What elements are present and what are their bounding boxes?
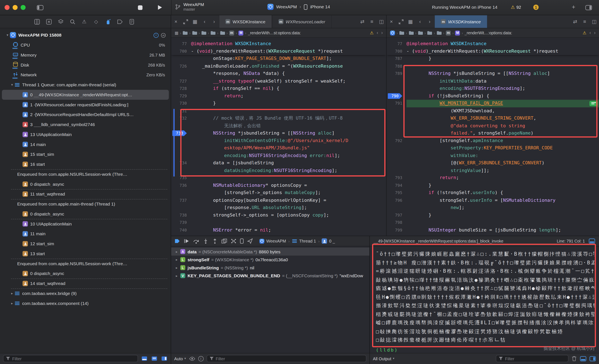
hide-console-icon[interactable] xyxy=(589,238,595,244)
code-line[interactable]: 788 xyxy=(387,62,599,70)
expand-icon[interactable] xyxy=(181,15,190,28)
continue-icon[interactable] xyxy=(184,238,189,244)
grid-icon[interactable]: ▦ xyxy=(190,15,200,28)
code-line[interactable]: 740 NSError *error = nil; xyxy=(171,226,386,234)
folder-icon[interactable] xyxy=(418,31,423,35)
frame-row[interactable]: 13 start xyxy=(2,249,169,259)
minimize-window-button[interactable] xyxy=(13,5,18,10)
variables-filter-input[interactable] xyxy=(216,356,364,361)
simulator-icon[interactable] xyxy=(240,238,244,244)
variables-filter-field[interactable] xyxy=(207,355,366,362)
close-icon[interactable]: × xyxy=(171,15,181,28)
code-line[interactable]: 727 __strong typeof(weakSelf) strongSelf… xyxy=(171,77,386,85)
line-number[interactable]: 797 xyxy=(387,212,407,219)
disclosure-triangle[interactable]: ▸ xyxy=(174,266,179,269)
line-number[interactable] xyxy=(387,167,407,174)
code-line[interactable]: 798 xyxy=(387,219,599,226)
line-number[interactable]: 740 xyxy=(171,226,191,234)
variable-row[interactable]: ▸LjsBundleString= (NSString *)nil xyxy=(171,264,369,272)
gauge-row-network[interactable]: NetworkZero KB/s xyxy=(2,70,169,80)
scheme-app[interactable]: WeexAPM xyxy=(276,5,297,9)
folder-icon[interactable] xyxy=(409,31,414,35)
quicklook-icon[interactable] xyxy=(189,356,195,361)
folder-icon[interactable] xyxy=(427,31,432,35)
line-number[interactable]: 787 xyxy=(387,55,407,62)
app-icon[interactable] xyxy=(390,30,395,35)
code-line[interactable]: WX_ERR_JSBUNDLE_STRING_CONVERT, xyxy=(387,115,599,122)
code-line[interactable]: 726 _mainBundleLoader.onFinished = ^(WXR… xyxy=(171,62,386,70)
line-number[interactable]: 788 xyxy=(387,62,407,70)
toggle-debug-area-icon[interactable] xyxy=(580,356,586,361)
line-number[interactable]: 795 xyxy=(387,189,407,196)
code-line[interactable]: (WXMTJSDownload, xyxy=(387,107,599,115)
line-number[interactable] xyxy=(387,130,407,137)
zoom-window-button[interactable] xyxy=(21,5,26,10)
breakpoint-marker[interactable]: 790 xyxy=(388,93,402,99)
warning-icon[interactable]: ⚠ xyxy=(582,30,586,35)
line-number[interactable]: 790 xyxy=(387,92,407,100)
editor-tab[interactable]: mWXResourceLoader xyxy=(272,15,332,28)
toggle-inspector-icon[interactable] xyxy=(590,356,596,361)
info-icon[interactable]: i xyxy=(198,356,204,361)
view-hierarchy-icon[interactable] xyxy=(221,238,227,244)
forward-arrow-icon[interactable]: › xyxy=(594,30,595,36)
process-row[interactable]: ▾WeexAPM PID 15808i xyxy=(2,30,169,40)
line-number[interactable] xyxy=(171,189,191,196)
code-line[interactable]: 77@implementation WXSDKInstance xyxy=(171,40,386,48)
code-line[interactable]: 796 strongSelf.userInfo = [NSMutableDict… xyxy=(387,196,599,204)
warning-icon[interactable]: ⚠ xyxy=(370,30,374,35)
back-icon[interactable]: ‹ xyxy=(415,15,425,28)
line-number[interactable] xyxy=(387,85,407,92)
line-number[interactable]: 792 xyxy=(387,137,407,144)
project-navigator-icon[interactable] xyxy=(34,18,40,25)
line-number[interactable]: 799 xyxy=(387,226,407,234)
split-editor-icon[interactable]: ◫ xyxy=(377,15,386,28)
code-line[interactable]: stringValue]]; xyxy=(387,167,599,174)
line-number[interactable] xyxy=(387,144,407,152)
minimap-icon[interactable]: ≡ xyxy=(580,15,590,28)
editor-layout-icon[interactable] xyxy=(585,5,592,10)
folder-icon[interactable] xyxy=(220,31,225,35)
disclosure-triangle[interactable]: ▾ xyxy=(5,33,10,37)
disclosure-triangle[interactable]: ▸ xyxy=(174,274,179,277)
folder-icon[interactable] xyxy=(399,31,404,35)
frame-row[interactable]: 15 start_sim xyxy=(2,149,169,159)
disclosure-triangle[interactable]: ▸ xyxy=(174,250,179,253)
code-line[interactable]: 731 xyxy=(171,107,386,115)
frame-row[interactable]: 14 main xyxy=(2,139,169,149)
line-number[interactable] xyxy=(387,115,407,122)
method-symbol-icon[interactable]: M xyxy=(238,30,244,35)
code-line[interactable]: 793 return; xyxy=(387,174,599,182)
show-crashed-threads-toggle[interactable] xyxy=(141,356,148,362)
info-icon[interactable]: i xyxy=(153,33,159,38)
frame-row[interactable]: 12 start_sim xyxy=(2,239,169,249)
forward-icon[interactable]: › xyxy=(210,15,219,28)
minimap-icon[interactable]: ≡ xyxy=(367,15,377,28)
right-code-area[interactable]: 77@implementation WXSDKInstance700- (voi… xyxy=(387,38,599,236)
line-number[interactable]: 736 xyxy=(171,182,191,189)
frame-row[interactable]: 16 start xyxy=(2,159,169,169)
line-number[interactable]: 796 xyxy=(387,196,407,204)
breadcrumb-method[interactable]: _renderWit…:options:data: xyxy=(464,31,512,35)
back-icon[interactable]: ‹ xyxy=(200,15,210,28)
code-line[interactable]: dataUsingEncoding:NSUTF16StringEncoding]… xyxy=(171,167,386,174)
breakpoints-navigator-icon[interactable] xyxy=(116,18,123,25)
swap-icon[interactable]: ⇄ xyxy=(570,15,580,28)
code-line[interactable]: 735 xyxy=(171,174,386,182)
breadcrumb-label[interactable]: WeexAPM xyxy=(266,239,286,243)
run-button[interactable] xyxy=(158,5,162,10)
code-line[interactable]: 738 strongSelf->_options = [optionsCopy … xyxy=(171,212,386,219)
step-out-icon[interactable] xyxy=(212,238,218,244)
back-arrow-icon[interactable]: ‹ xyxy=(590,30,591,36)
code-line[interactable]: onStage:KEY_PAGE_STAGES_DOWN_BUNDLE_STAR… xyxy=(171,55,386,62)
code-line[interactable]: 792 [strongSelf.apmInstance xyxy=(387,137,599,144)
code-line[interactable]: [strongSelf->_options mutableCopy]; xyxy=(171,189,386,196)
frame-row[interactable]: 11 main xyxy=(2,229,169,239)
code-line[interactable]: 737 optionsCopy[bundleResponseUrlOptionK… xyxy=(171,196,386,204)
breakpoints-icon[interactable] xyxy=(174,238,180,244)
line-number[interactable]: 700 xyxy=(171,48,191,55)
tests-navigator-icon[interactable]: ◇ xyxy=(93,18,99,25)
symbols-navigator-icon[interactable] xyxy=(57,18,64,25)
console-filter-input[interactable] xyxy=(505,356,566,361)
code-line[interactable]: 787 } xyxy=(387,55,599,62)
